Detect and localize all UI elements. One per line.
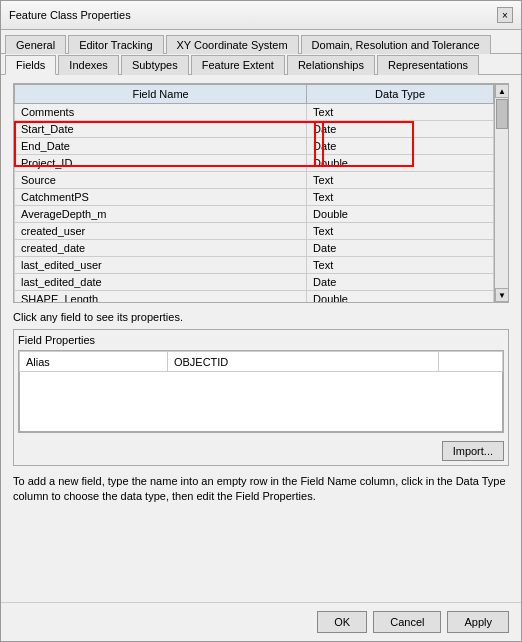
table-row[interactable]: End_Date Date — [15, 138, 494, 155]
table-row[interactable]: last_edited_date Date — [15, 274, 494, 291]
tab-indexes[interactable]: Indexes — [58, 55, 119, 75]
field-name-cell: CatchmentPS — [15, 189, 307, 206]
field-type-cell: Double — [307, 206, 494, 223]
close-button[interactable]: × — [497, 7, 513, 23]
fp-alias-extra — [438, 352, 503, 372]
field-type-cell: Double — [307, 291, 494, 303]
dialog-title: Feature Class Properties — [9, 9, 131, 21]
field-name-cell: created_date — [15, 240, 307, 257]
field-type-cell: Text — [307, 189, 494, 206]
table-row[interactable]: Project_ID Double — [15, 155, 494, 172]
field-name-cell: Source — [15, 172, 307, 189]
fp-alias-label: Alias — [20, 352, 168, 372]
tabs-row1: General Editor Tracking XY Coordinate Sy… — [1, 30, 521, 54]
tab-general[interactable]: General — [5, 35, 66, 54]
field-name-cell: Comments — [15, 104, 307, 121]
tab-editor-tracking[interactable]: Editor Tracking — [68, 35, 163, 54]
main-content: Field Name Data Type Comments Text Start… — [1, 75, 521, 602]
field-name-cell: last_edited_user — [15, 257, 307, 274]
table-row[interactable]: created_user Text — [15, 223, 494, 240]
hint-text: Click any field to see its properties. — [13, 311, 509, 323]
fp-empty-area — [19, 372, 503, 432]
table-row[interactable]: Comments Text — [15, 104, 494, 121]
apply-button[interactable]: Apply — [447, 611, 509, 633]
ok-button[interactable]: OK — [317, 611, 367, 633]
field-type-cell: Date — [307, 274, 494, 291]
fields-table: Field Name Data Type Comments Text Start… — [14, 84, 494, 302]
field-name-cell: SHAPE_Length — [15, 291, 307, 303]
field-type-cell: Text — [307, 223, 494, 240]
field-type-cell: Date — [307, 121, 494, 138]
table-row[interactable]: AverageDepth_m Double — [15, 206, 494, 223]
table-scrollbar[interactable]: ▲ ▼ — [494, 84, 508, 302]
tab-fields[interactable]: Fields — [5, 55, 56, 75]
field-name-cell: AverageDepth_m — [15, 206, 307, 223]
description-text: To add a new field, type the name into a… — [13, 474, 509, 505]
field-type-cell: Date — [307, 240, 494, 257]
table-row[interactable]: last_edited_user Text — [15, 257, 494, 274]
fp-alias-row: Alias OBJECTID — [20, 352, 503, 372]
col-field-name: Field Name — [15, 85, 307, 104]
fp-table-container: Alias OBJECTID — [18, 350, 504, 433]
tab-relationships[interactable]: Relationships — [287, 55, 375, 75]
table-row[interactable]: SHAPE_Length Double — [15, 291, 494, 303]
field-name-cell: last_edited_date — [15, 274, 307, 291]
field-name-cell: Project_ID — [15, 155, 307, 172]
table-row[interactable]: CatchmentPS Text — [15, 189, 494, 206]
field-name-cell: End_Date — [15, 138, 307, 155]
table-row[interactable]: Start_Date Date — [15, 121, 494, 138]
col-data-type: Data Type — [307, 85, 494, 104]
scroll-down-button[interactable]: ▼ — [495, 288, 509, 302]
field-type-cell: Date — [307, 138, 494, 155]
fp-alias-value: OBJECTID — [167, 352, 438, 372]
title-bar: Feature Class Properties × — [1, 1, 521, 30]
import-button[interactable]: Import... — [442, 441, 504, 461]
cancel-button[interactable]: Cancel — [373, 611, 441, 633]
field-type-cell: Text — [307, 104, 494, 121]
bottom-buttons: OK Cancel Apply — [1, 602, 521, 641]
scrollbar-thumb[interactable] — [496, 99, 508, 129]
scrollbar-track — [495, 98, 508, 288]
feature-class-properties-dialog: Feature Class Properties × General Edito… — [0, 0, 522, 642]
field-type-cell: Text — [307, 257, 494, 274]
tab-xy-coordinate[interactable]: XY Coordinate System — [166, 35, 299, 54]
field-properties-area: Alias OBJECTID Import... — [18, 350, 504, 461]
tab-representations[interactable]: Representations — [377, 55, 479, 75]
fp-table: Alias OBJECTID — [19, 351, 503, 372]
import-row: Import... — [18, 437, 504, 461]
field-name-cell: created_user — [15, 223, 307, 240]
field-properties-section: Field Properties Alias OBJECTID Import..… — [13, 329, 509, 466]
table-scroll-area: Field Name Data Type Comments Text Start… — [14, 84, 494, 302]
field-properties-title: Field Properties — [18, 334, 504, 346]
table-row[interactable]: Source Text — [15, 172, 494, 189]
field-type-cell: Double — [307, 155, 494, 172]
fields-table-container: Field Name Data Type Comments Text Start… — [13, 83, 509, 303]
field-type-cell: Text — [307, 172, 494, 189]
tab-domain[interactable]: Domain, Resolution and Tolerance — [301, 35, 491, 54]
tab-feature-extent[interactable]: Feature Extent — [191, 55, 285, 75]
field-name-cell: Start_Date — [15, 121, 307, 138]
tab-subtypes[interactable]: Subtypes — [121, 55, 189, 75]
tabs-row2: Fields Indexes Subtypes Feature Extent R… — [1, 54, 521, 75]
scroll-up-button[interactable]: ▲ — [495, 84, 509, 98]
table-row[interactable]: created_date Date — [15, 240, 494, 257]
